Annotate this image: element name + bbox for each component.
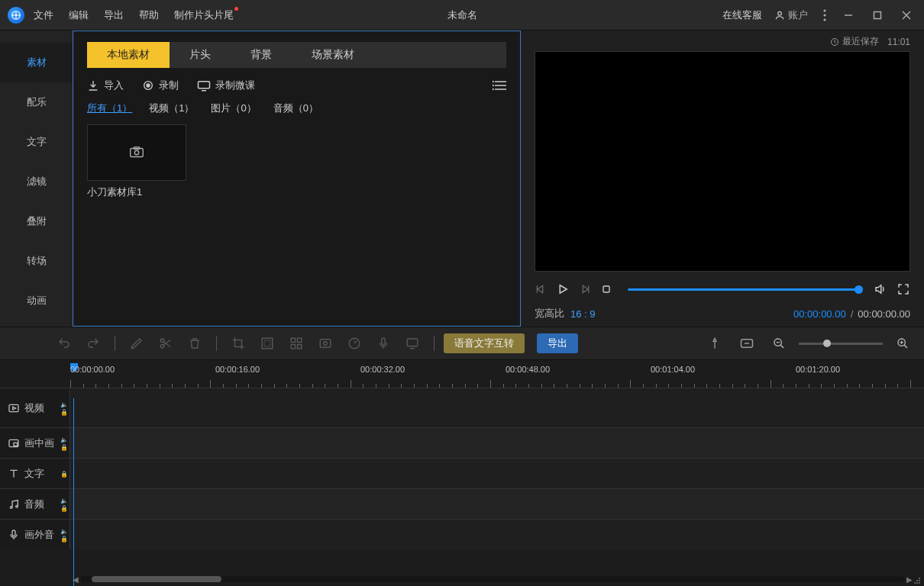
track-video[interactable]: 视频 🔈🔒 xyxy=(0,388,924,427)
sidebar-tab-filter[interactable]: 滤镜 xyxy=(0,162,73,201)
list-view-toggle-icon[interactable] xyxy=(493,80,506,91)
sidebar-tab-material[interactable]: 素材 xyxy=(0,43,73,82)
filter-image[interactable]: 图片（0） xyxy=(211,101,256,115)
media-item[interactable]: 小刀素材库1 xyxy=(87,124,186,199)
freeze-frame-button[interactable] xyxy=(313,331,338,356)
svg-point-66 xyxy=(914,582,916,584)
svg-point-43 xyxy=(324,342,328,346)
record-button[interactable]: 录制 xyxy=(142,79,179,92)
redo-button[interactable] xyxy=(81,331,105,356)
sidebar-tab-transition[interactable]: 转场 xyxy=(0,241,73,281)
resize-grip-icon[interactable] xyxy=(913,577,921,584)
maximize-button[interactable] xyxy=(867,5,887,25)
delete-button[interactable] xyxy=(183,331,207,356)
split-button[interactable] xyxy=(153,331,178,356)
sidebar-tab-music[interactable]: 配乐 xyxy=(0,82,73,122)
svg-line-50 xyxy=(780,345,783,348)
track-mute-icon[interactable]: 🔈 xyxy=(60,528,66,534)
track-pip[interactable]: 画中画 🔈🔒 xyxy=(0,427,924,458)
media-tab-background[interactable]: 背景 xyxy=(231,42,292,68)
svg-point-25 xyxy=(134,150,139,155)
track-lock-icon[interactable]: 🔒 xyxy=(60,505,66,511)
mosaic-button[interactable] xyxy=(255,331,279,356)
video-icon xyxy=(8,402,20,414)
crop-button[interactable] xyxy=(226,331,250,356)
menu-file[interactable]: 文件 xyxy=(34,8,53,22)
text-icon xyxy=(8,468,20,480)
online-service-link[interactable]: 在线客服 xyxy=(722,8,762,22)
media-panel: 本地素材 片头 背景 场景素材 导入 录制 录制微课 所有（1） 视 xyxy=(73,31,521,327)
export-button[interactable]: 导出 xyxy=(537,333,578,353)
svg-point-68 xyxy=(919,582,920,584)
stop-button[interactable] xyxy=(600,283,612,295)
zoom-slider[interactable] xyxy=(799,343,883,345)
svg-rect-62 xyxy=(12,530,15,536)
seek-bar[interactable] xyxy=(628,288,858,291)
svg-rect-40 xyxy=(291,345,295,349)
app-logo xyxy=(8,7,24,24)
timeline-scrollbar[interactable]: ◀ ▶ xyxy=(0,572,924,586)
svg-point-1 xyxy=(15,14,17,15)
menu-edit[interactable]: 编辑 xyxy=(69,8,89,22)
preview-canvas[interactable] xyxy=(535,51,910,272)
sidebar-tab-text[interactable]: 文字 xyxy=(0,122,73,162)
volume-button[interactable] xyxy=(874,282,887,296)
filter-all[interactable]: 所有（1） xyxy=(87,101,132,115)
svg-rect-39 xyxy=(298,338,302,342)
time-separator: / xyxy=(851,308,854,320)
scroll-left-icon[interactable]: ◀ xyxy=(70,575,81,584)
play-button[interactable] xyxy=(556,282,570,296)
fit-button[interactable] xyxy=(735,331,759,356)
track-mute-icon[interactable]: 🔈 xyxy=(60,401,66,407)
track-lock-icon[interactable]: 🔒 xyxy=(60,409,66,415)
aspect-label: 宽高比 xyxy=(535,307,564,320)
zoom-in-button[interactable] xyxy=(890,331,915,356)
track-label: 视频 xyxy=(24,401,44,415)
speed-button[interactable] xyxy=(342,331,367,356)
fullscreen-button[interactable] xyxy=(897,282,910,296)
sidebar-tab-animation[interactable]: 动画 xyxy=(0,281,73,320)
minimize-button[interactable] xyxy=(838,5,858,25)
filter-audio[interactable]: 音频（0） xyxy=(273,101,318,115)
menu-export[interactable]: 导出 xyxy=(104,8,124,22)
prev-frame-button[interactable] xyxy=(535,283,547,295)
voice-button[interactable] xyxy=(371,331,396,356)
pen-tool-button[interactable] xyxy=(124,331,149,356)
track-mute-icon[interactable]: 🔈 xyxy=(60,497,66,504)
zoom-out-button[interactable] xyxy=(767,331,791,356)
more-icon[interactable] xyxy=(820,6,829,24)
svg-rect-42 xyxy=(320,340,331,348)
next-frame-button[interactable] xyxy=(579,283,591,295)
record-lesson-button[interactable]: 录制微课 xyxy=(197,79,255,92)
media-tab-scene[interactable]: 场景素材 xyxy=(292,42,374,68)
screen-record-button[interactable] xyxy=(400,331,425,356)
account-link[interactable]: 账户 xyxy=(771,5,811,25)
track-label: 文字 xyxy=(24,467,44,481)
scroll-thumb[interactable] xyxy=(92,576,221,582)
svg-rect-38 xyxy=(291,338,295,342)
track-text[interactable]: 文字 🔒 xyxy=(0,458,924,488)
voice-text-convert-button[interactable]: 语音文字互转 xyxy=(444,333,525,353)
main-menu: 文件 编辑 导出 帮助 制作片头片尾 xyxy=(34,8,234,22)
track-lock-icon[interactable]: 🔒 xyxy=(60,536,66,542)
svg-rect-37 xyxy=(264,340,270,346)
track-voiceover[interactable]: 画外音 🔈🔒 xyxy=(0,519,924,549)
close-button[interactable] xyxy=(897,5,916,25)
sidebar-tab-overlay[interactable]: 叠附 xyxy=(0,201,73,241)
aspect-value[interactable]: 16 : 9 xyxy=(570,308,596,320)
undo-button[interactable] xyxy=(52,331,76,356)
timeline-ruler[interactable]: 00:00:00.00 00:00:16.00 00:00:32.00 00:0… xyxy=(0,360,924,388)
marker-button[interactable] xyxy=(703,331,727,356)
filter-video[interactable]: 视频（1） xyxy=(149,101,194,115)
menu-make-intro[interactable]: 制作片头片尾 xyxy=(174,8,234,22)
import-button[interactable]: 导入 xyxy=(87,79,124,92)
grid-button[interactable] xyxy=(284,331,309,356)
svg-marker-31 xyxy=(583,285,588,292)
track-mute-icon[interactable]: 🔈 xyxy=(60,436,66,443)
media-tab-intro[interactable]: 片头 xyxy=(170,42,231,68)
media-tab-local[interactable]: 本地素材 xyxy=(87,42,170,68)
menu-help[interactable]: 帮助 xyxy=(139,8,159,22)
track-lock-icon[interactable]: 🔒 xyxy=(60,444,66,450)
track-lock-icon[interactable]: 🔒 xyxy=(60,471,66,477)
track-audio[interactable]: 音频 🔈🔒 xyxy=(0,488,924,519)
